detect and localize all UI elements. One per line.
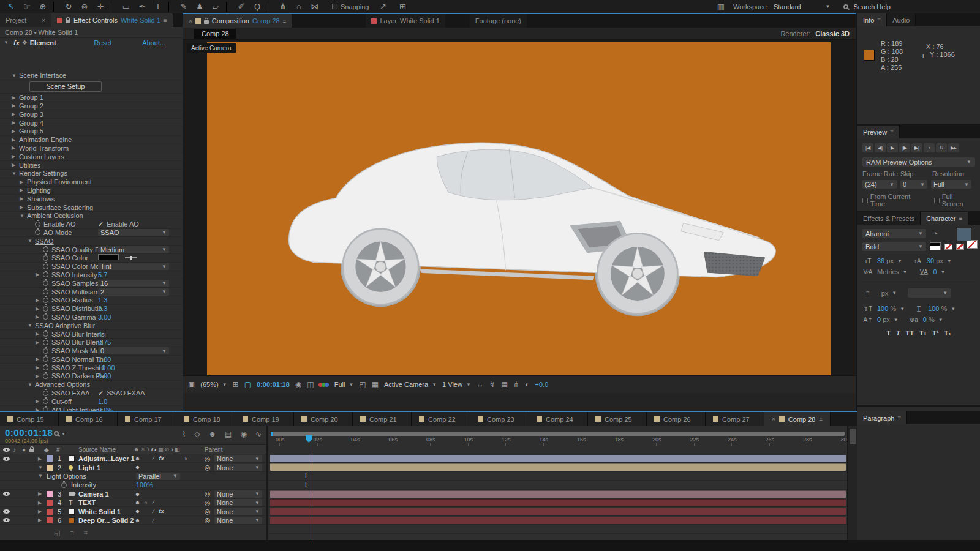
effect-header[interactable]: ▼ fx ❖ Element Reset About... [0,38,183,47]
composition-viewport[interactable]: Active Camera [183,40,856,393]
parent-pickwhip-icon[interactable]: ◎ [205,463,211,471]
pixel-aspect-icon[interactable]: ↔ [477,380,484,389]
tab-composition[interactable]: × Composition Comp 28 ≡ [183,14,292,28]
twirl-icon[interactable]: ▶ [36,407,43,411]
layer-duration-bar[interactable] [270,463,846,471]
fill-stroke-swatches[interactable] [957,228,978,249]
parent-pickwhip-icon[interactable]: ◎ [205,516,211,525]
chevron-down-icon[interactable]: ▼ [951,306,956,312]
shy-switch[interactable]: ☻ [134,498,141,507]
stopwatch-icon[interactable] [43,373,48,379]
layer-row[interactable]: ▶4TTEXT☻☼∕◎None▼ [0,498,266,507]
panel-menu-icon[interactable]: ≡ [877,17,881,23]
timeline-tab-comp-20[interactable]: Comp 20 [294,412,353,426]
twirl-icon[interactable]: ▼ [28,238,35,244]
layer-name[interactable]: Deep Or... Solid 2 [78,516,134,525]
slash-switch[interactable]: ∕ [149,454,157,463]
twirl-icon[interactable]: ▶ [12,120,19,126]
property-row[interactable]: Intensity100% [0,481,266,489]
property-value[interactable]: 4 [98,331,102,338]
stopwatch-icon[interactable] [43,348,48,354]
property-value[interactable]: 3.00 [98,313,111,321]
layer-duration-bar[interactable] [270,490,846,498]
small-caps-button[interactable]: Tᴛ [919,329,927,337]
exposure-value[interactable]: +0.0 [535,381,549,388]
scene-setup-button[interactable]: Scene Setup [29,81,102,92]
close-icon[interactable]: × [189,18,192,24]
timeline-tab-comp-18[interactable]: Comp 18 [176,412,235,426]
fast-previews-icon[interactable]: ↯ [489,380,496,389]
timeline-tab-comp-15[interactable]: Comp 15 [0,412,59,426]
timeline-tab-comp-27[interactable]: Comp 27 [706,412,764,426]
property-value[interactable]: 100% [136,481,153,489]
twirl-icon[interactable]: ▶ [38,516,42,525]
roto-brush-tool[interactable]: ✐ [234,1,249,13]
twirl-icon[interactable]: ▶ [36,373,43,379]
lock-icon[interactable] [66,20,70,23]
stroke-width-value[interactable]: - px [877,290,888,297]
layer-name[interactable]: Adjustm...Layer 1 [78,454,135,463]
label-color[interactable] [47,507,53,515]
property-dropdown[interactable]: 2▼ [98,288,169,296]
stopwatch[interactable] [61,481,70,489]
timeline-tab-comp-17[interactable]: Comp 17 [118,412,176,426]
stopwatch-icon[interactable] [43,399,48,404]
search-help-input[interactable]: Search Help [853,3,891,10]
twirl-icon[interactable]: ▶ [36,306,43,312]
stopwatch-icon[interactable] [43,255,48,261]
chevron-down-icon[interactable]: ▼ [61,432,66,436]
stopwatch-icon[interactable] [43,289,48,294]
frame-rate-dropdown[interactable]: (24)▼ [862,180,897,189]
mini-flowchart-icon[interactable]: ⌇ [182,430,186,438]
source-name-column-header[interactable]: Source Name [78,445,116,454]
timeline-scrollbar[interactable] [847,426,858,540]
shy-switch[interactable]: ☻ [134,507,141,515]
twirl-icon[interactable]: ▶ [38,498,42,507]
show-channels-icon[interactable] [320,383,329,387]
scrollbar-handle[interactable] [850,429,856,444]
chevron-down-icon[interactable]: ▼ [941,269,946,275]
timeline-tab-comp-22[interactable]: Comp 22 [412,412,470,426]
horizontal-scale-value[interactable]: 100 % [928,305,947,312]
stopwatch-icon[interactable] [43,247,48,252]
twirl-icon[interactable]: ▶ [36,331,43,337]
slash-switch[interactable]: ∕ [149,516,157,525]
chevron-down-icon[interactable]: ▼ [902,269,907,275]
layer-duration-bar[interactable] [270,517,846,524]
rectangle-tool[interactable]: ▭ [119,1,134,13]
loop-button[interactable]: ↻ [936,143,947,152]
property-dropdown[interactable]: SSAO▼ [98,229,169,236]
ram-preview-button[interactable]: ▶▸ [948,143,959,152]
close-icon[interactable]: × [772,416,775,422]
property-dropdown[interactable]: Tint▼ [98,263,169,270]
panel-menu-icon[interactable]: ≡ [959,215,962,222]
tab-paragraph[interactable]: Paragraph≡ [858,411,907,424]
magnification-dropdown[interactable]: (65%)▼ [200,381,227,388]
selection-tool[interactable]: ↖ [4,1,18,13]
color-swatch[interactable] [98,254,119,260]
sun-switch[interactable]: ☼ [141,498,149,507]
comp-subtab[interactable]: Comp 28 [194,29,236,39]
twirl-icon[interactable]: ▶ [12,154,19,159]
stopwatch-icon[interactable] [43,331,48,337]
twirl-icon[interactable]: ▶ [12,103,19,108]
element-camera-tool[interactable]: ⋈ [307,1,322,13]
slash-switch[interactable]: ∕ [149,507,157,515]
timeline-tab-comp-23[interactable]: Comp 23 [470,412,529,426]
view-layout-dropdown[interactable]: 1 View▼ [442,381,471,388]
timeline-tab-comp-21[interactable]: Comp 21 [353,412,412,426]
timeline-tab-comp-19[interactable]: Comp 19 [235,412,294,426]
fill-color-swatch[interactable] [957,228,971,241]
superscript-button[interactable]: T¹ [932,329,938,337]
label-color[interactable] [47,516,53,525]
property-value[interactable]: 0.00 [98,372,111,380]
layer-row[interactable]: ▶1Adjustm...Layer 1☻∕fx◑◎None▼ [0,454,266,463]
layer-name[interactable]: Light 1 [78,463,100,471]
twirl-icon[interactable]: ▶ [12,111,19,117]
twirl-icon[interactable]: ▶ [20,196,27,201]
faux-bold-button[interactable]: T [886,329,891,337]
property-value[interactable]: 1.0 [98,398,107,405]
reset-link[interactable]: Reset [94,39,112,47]
reset-exposure-icon[interactable]: ◐ [525,380,529,389]
timeline-tab-comp-26[interactable]: Comp 26 [647,412,706,426]
